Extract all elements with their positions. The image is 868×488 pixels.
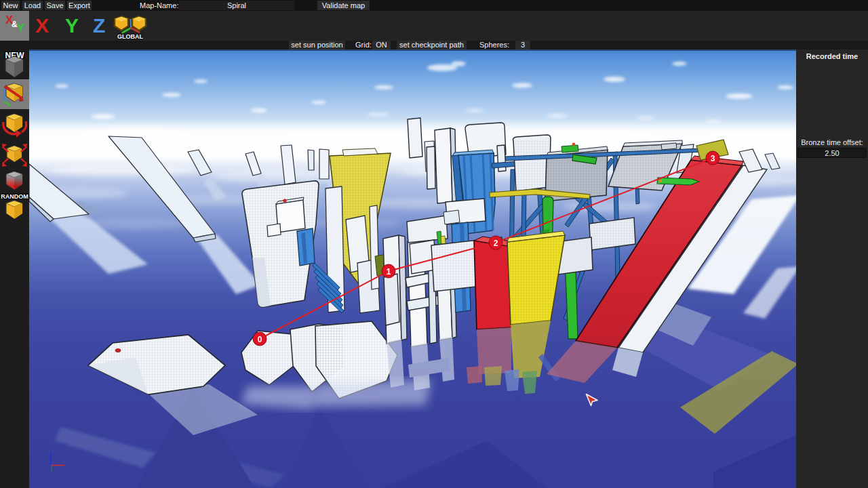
svg-text:1: 1 [387, 267, 391, 277]
svg-text:0: 0 [258, 335, 262, 344]
svg-text:3: 3 [711, 154, 715, 163]
svg-text:2: 2 [494, 239, 498, 248]
